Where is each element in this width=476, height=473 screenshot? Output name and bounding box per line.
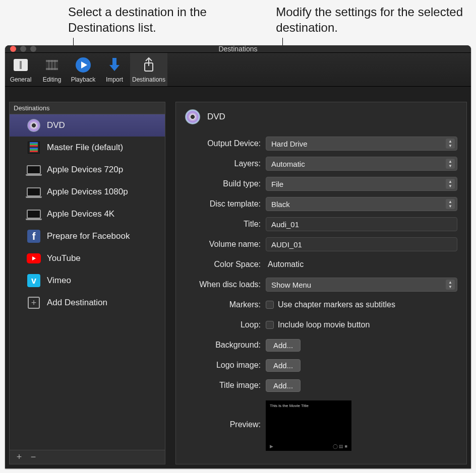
dest-item-facebook[interactable]: f Prepare for Facebook [10,225,165,247]
label-markers: Markers: [185,300,266,309]
preview-controls: ▶ ◯ ▤ ■ [266,444,351,449]
dest-item-dvd[interactable]: DVD [10,114,165,137]
loop-checkbox[interactable] [266,321,274,329]
layers-select[interactable]: Automatic ▲▼ [266,157,457,171]
device-icon [27,185,41,199]
label-logo-image: Logo image: [185,361,266,370]
dest-item-label: DVD [47,120,65,130]
chevron-updown-icon: ▲▼ [446,159,455,169]
editing-icon [42,55,62,75]
disc-icon [185,109,200,124]
toolbar-general[interactable]: General [5,53,36,86]
toolbar-label: Destinations [132,76,165,83]
label-volume-name: Volume name: [185,240,266,249]
background-add-button[interactable]: Add... [266,339,301,352]
dest-item-label: Vimeo [47,276,71,286]
chevron-updown-icon: ▲▼ [446,280,455,290]
select-value: Show Menu [271,281,311,289]
add-destination-button[interactable]: + [15,452,24,462]
dest-item-label: YouTube [47,253,81,263]
title-image-add-button[interactable]: Add... [266,379,301,392]
window-title: Destinations [5,45,471,53]
label-when-disc-loads: When disc loads: [185,280,266,289]
dest-item-label: Add Destination [47,298,107,308]
dest-item-label: Apple Devices 4K [47,209,114,219]
callout-right: Modify the settings for the selected des… [276,4,476,35]
label-preview: Preview: [185,420,266,429]
toolbar-playback[interactable]: Playback [68,53,99,86]
select-value: File [271,180,283,188]
film-icon [27,141,41,155]
callout-left: Select a destination in the Destinations… [68,4,248,35]
detail-title: DVD [207,112,225,122]
destinations-sidebar: Destinations DVD Master File (default) A… [9,102,165,464]
import-icon [104,55,125,75]
dest-item-apple-720p[interactable]: Apple Devices 720p [10,159,165,181]
select-value: Black [271,200,290,209]
remove-destination-button[interactable]: − [29,452,38,462]
toolbar-destinations[interactable]: Destinations [130,53,167,86]
titlebar: Destinations [5,45,471,53]
destinations-list: DVD Master File (default) Apple Devices … [10,114,165,450]
label-color-space: Color Space: [185,260,266,269]
device-icon [27,207,41,221]
label-disc-template: Disc template: [185,199,266,209]
markers-checkbox-label: Use chapter markers as subtitles [278,300,395,309]
title-field[interactable]: Audi_01 [266,217,457,231]
label-title: Title: [185,220,266,229]
toolbar: General Editing Playback Import Destinat… [5,53,471,87]
dest-item-add-destination[interactable]: + Add Destination [10,292,165,314]
disc-icon [27,118,41,132]
youtube-icon [27,251,41,265]
svg-rect-10 [112,58,116,65]
dest-item-apple-4k[interactable]: Apple Devices 4K [10,203,165,225]
label-output-device: Output Device: [185,139,266,148]
destinations-icon [139,55,159,75]
traffic-lights [5,46,36,52]
label-title-image: Title image: [185,381,266,390]
color-space-value: Automatic [266,260,304,268]
label-build-type: Build type: [185,179,266,188]
logo-image-add-button[interactable]: Add... [266,359,301,372]
field-value: Audi_01 [271,220,299,229]
sidebar-footer: + − [10,450,165,464]
zoom-window-button[interactable] [30,46,36,52]
toolbar-label: Editing [43,76,62,83]
chevron-updown-icon: ▲▼ [446,199,455,209]
chevron-updown-icon: ▲▼ [446,179,455,189]
dest-item-label: Master File (default) [47,143,123,153]
toolbar-label: Playback [71,76,96,83]
preview-thumbnail: This is the Movie Title ▶ ◯ ▤ ■ [266,400,351,451]
markers-checkbox[interactable] [266,301,274,309]
volume-name-field[interactable]: AUDI_01 [266,237,457,251]
close-window-button[interactable] [10,46,16,52]
vimeo-icon: v [27,274,41,288]
loop-checkbox-label: Include loop movie button [278,320,370,329]
toolbar-import[interactable]: Import [99,53,130,86]
sidebar-header: Destinations [10,102,165,114]
label-loop: Loop: [185,320,266,329]
dest-item-apple-1080p[interactable]: Apple Devices 1080p [10,181,165,203]
when-disc-loads-select[interactable]: Show Menu ▲▼ [266,278,457,292]
toolbar-editing[interactable]: Editing [36,53,68,86]
dest-item-master-file[interactable]: Master File (default) [10,137,165,159]
minimize-window-button[interactable] [20,46,26,52]
dest-item-label: Apple Devices 720p [47,165,123,175]
preview-play-icon: ▶ [270,444,273,449]
playback-icon [73,55,93,75]
svg-marker-11 [109,65,120,71]
field-value: AUDI_01 [271,240,302,249]
destination-detail-panel: DVD Output Device: Hard Drive ▲▼ Layers:… [175,102,467,464]
detail-header: DVD [185,109,457,124]
general-icon [11,55,31,75]
select-value: Automatic [271,160,305,168]
dest-item-vimeo[interactable]: v Vimeo [10,269,165,292]
disc-template-select[interactable]: Black ▲▼ [266,197,457,211]
output-device-select[interactable]: Hard Drive ▲▼ [266,137,457,151]
facebook-icon: f [27,229,41,243]
preview-right-icons: ◯ ▤ ■ [333,444,347,449]
dest-item-youtube[interactable]: YouTube [10,247,165,269]
build-type-select[interactable]: File ▲▼ [266,177,457,191]
svg-rect-1 [20,61,22,69]
preferences-window: Destinations General Editing Playback Im… [5,45,471,468]
